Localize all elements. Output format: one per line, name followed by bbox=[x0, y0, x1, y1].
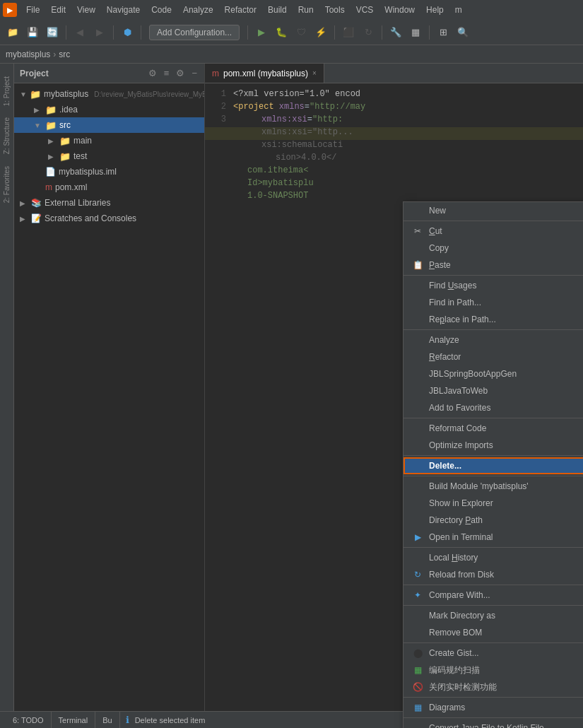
ctx-sep-6 bbox=[404, 476, 583, 476]
ctx-find-usages[interactable]: Find Usages Alt+F7 bbox=[404, 277, 583, 294]
run-btn[interactable]: ▶ bbox=[253, 24, 270, 41]
menu-view[interactable]: View bbox=[72, 3, 100, 17]
tree-item-test[interactable]: ▶ 📁 test bbox=[14, 148, 204, 164]
menu-extra[interactable]: m bbox=[450, 3, 467, 17]
debug-btn[interactable]: 🐛 bbox=[273, 24, 290, 41]
ctx-code-check[interactable]: ▦ 编码规约扫描 Ctrl+Alt+Shift+J bbox=[404, 662, 583, 679]
ctx-realtime[interactable]: 🚫 关闭实时检测功能 bbox=[404, 679, 583, 695]
ctx-reload[interactable]: ↻ Reload from Disk bbox=[404, 566, 583, 583]
ctx-convert-kotlin[interactable]: Convert Java File to Kotlin File Ctrl+Al… bbox=[404, 720, 583, 728]
ctx-show-explorer[interactable]: Show in Explorer bbox=[404, 495, 583, 512]
sidebar-tab-project[interactable]: 1: Project bbox=[1, 71, 12, 112]
ctx-refactor[interactable]: Refactor ▶ bbox=[404, 348, 583, 365]
ctx-analyze[interactable]: Analyze ▶ bbox=[404, 331, 583, 348]
stop-btn[interactable]: ⬛ bbox=[340, 24, 357, 41]
menu-navigate[interactable]: Navigate bbox=[102, 3, 145, 17]
ctx-copy[interactable]: Copy ▶ bbox=[404, 240, 583, 257]
grid-btn[interactable]: ▦ bbox=[407, 24, 424, 41]
status-tab-bu[interactable]: Bu bbox=[95, 712, 119, 729]
ctx-build-label: Build Module 'mybatisplus' bbox=[429, 481, 583, 491]
menu-analyze[interactable]: Analyze bbox=[178, 3, 218, 17]
tree-item-main[interactable]: ▶ 📁 main bbox=[14, 133, 204, 148]
ctx-local-history[interactable]: Local History ▶ bbox=[404, 549, 583, 566]
ctx-paste[interactable]: 📋 Paste Ctrl+V bbox=[404, 257, 583, 274]
add-config-button[interactable]: Add Configuration... bbox=[149, 25, 240, 40]
menu-tools[interactable]: Tools bbox=[320, 3, 350, 17]
back-btn[interactable]: ◀ bbox=[71, 24, 88, 41]
ctx-jbl-java[interactable]: JBLJavaToWeb bbox=[404, 382, 583, 399]
toolbar-sep-4 bbox=[247, 25, 248, 40]
ctx-create-gist[interactable]: ⬤ Create Gist... bbox=[404, 645, 583, 662]
sidebar-tab-favorites[interactable]: 2: Favorites bbox=[1, 160, 12, 209]
search-btn[interactable]: 🔍 bbox=[454, 24, 471, 41]
ctx-find-in-path[interactable]: Find in Path... Ctrl+Shift+F bbox=[404, 294, 583, 311]
open-folder-btn[interactable]: 📁 bbox=[4, 24, 21, 41]
breadcrumb-src[interactable]: src bbox=[59, 49, 70, 59]
forward-btn[interactable]: ▶ bbox=[91, 24, 108, 41]
ctx-remove-bom[interactable]: Remove BOM bbox=[404, 624, 583, 641]
ctx-sep-4 bbox=[404, 418, 583, 418]
menu-file[interactable]: File bbox=[21, 3, 45, 17]
tree-item-src[interactable]: ▼ 📁 src bbox=[14, 117, 204, 133]
tree-item-root[interactable]: ▼ 📁 mybatisplus D:\review_MyBatisPlus\re… bbox=[14, 86, 204, 102]
ctx-new[interactable]: New ▶ bbox=[404, 202, 583, 219]
breadcrumb-project[interactable]: mybatisplus bbox=[6, 49, 50, 59]
panel-layout-icon[interactable]: ≡ bbox=[163, 66, 171, 80]
ctx-mark-label: Mark Directory as bbox=[429, 611, 583, 621]
tree-item-iml[interactable]: ▶ 📄 mybatisplus.iml bbox=[14, 164, 204, 180]
ctx-reformat[interactable]: Reformat Code Ctrl+Alt+L bbox=[404, 420, 583, 437]
menu-window[interactable]: Window bbox=[379, 3, 420, 17]
wrench-btn[interactable]: 🔧 bbox=[387, 24, 404, 41]
tree-item-pom[interactable]: ▶ m pom.xml bbox=[14, 180, 204, 195]
status-tab-todo[interactable]: 6: TODO bbox=[6, 712, 52, 729]
expand-scratches: ▶ bbox=[20, 215, 28, 223]
ctx-cut[interactable]: ✂ Cut Ctrl+X bbox=[404, 223, 583, 240]
profile-btn[interactable]: ⚡ bbox=[312, 24, 329, 41]
expand-ext: ▶ bbox=[20, 199, 28, 207]
ctx-gist-icon: ⬤ bbox=[412, 648, 423, 658]
panel-minimize-icon[interactable]: − bbox=[190, 66, 199, 80]
menu-help[interactable]: Help bbox=[421, 3, 449, 17]
ctx-compare[interactable]: ✦ Compare With... Ctrl+D bbox=[404, 587, 583, 604]
breadcrumb-sep: › bbox=[53, 49, 56, 59]
tree-item-scratches[interactable]: ▶ 📝 Scratches and Consoles bbox=[14, 211, 204, 226]
idea-folder-icon: 📁 bbox=[45, 105, 57, 115]
main-layout: 1: Project Z: Structure 2: Favorites Pro… bbox=[0, 64, 583, 711]
ctx-diagrams-label: Diagrams bbox=[429, 703, 583, 712]
ctx-sep-9 bbox=[404, 605, 583, 606]
expand-idea: ▶ bbox=[34, 106, 42, 114]
ctx-mark-dir[interactable]: Mark Directory as ▶ bbox=[404, 607, 583, 624]
save-btn[interactable]: 💾 bbox=[24, 24, 41, 41]
menu-refactor[interactable]: Refactor bbox=[220, 3, 261, 17]
menu-run[interactable]: Run bbox=[293, 3, 319, 17]
ctx-dir-path[interactable]: Directory Path Ctrl+Alt+F12 bbox=[404, 512, 583, 529]
ctx-open-terminal[interactable]: ▶ Open in Terminal bbox=[404, 529, 583, 546]
ctx-optimize[interactable]: Optimize Imports Ctrl+Alt+O bbox=[404, 437, 583, 454]
menu-code[interactable]: Code bbox=[146, 3, 177, 17]
ctx-diagrams[interactable]: ▦ Diagrams ▶ bbox=[404, 699, 583, 716]
ctx-compare-label: Compare With... bbox=[429, 590, 583, 600]
menu-vcs[interactable]: VCS bbox=[351, 3, 379, 17]
tree-item-idea[interactable]: ▶ 📁 .idea bbox=[14, 102, 204, 117]
ctx-replace-in-path[interactable]: Replace in Path... Ctrl+Shift+R bbox=[404, 311, 583, 328]
ctx-paste-label: Paste bbox=[429, 260, 583, 270]
sync-btn[interactable]: 🔄 bbox=[44, 24, 61, 41]
more-run-btn[interactable]: ↻ bbox=[360, 24, 377, 41]
status-warning-icon: ℹ bbox=[126, 715, 129, 725]
nav-btn[interactable]: ⬢ bbox=[119, 24, 136, 41]
status-tab-terminal[interactable]: Terminal bbox=[52, 712, 96, 729]
ctx-jbl-spring[interactable]: JBLSpringBootAppGen bbox=[404, 365, 583, 382]
ctx-build-module[interactable]: Build Module 'mybatisplus' bbox=[404, 478, 583, 495]
layout-btn[interactable]: ⊞ bbox=[435, 24, 452, 41]
menu-build[interactable]: Build bbox=[263, 3, 292, 17]
menu-edit[interactable]: Edit bbox=[46, 3, 71, 17]
ctx-sep-8 bbox=[404, 585, 583, 585]
coverage-btn[interactable]: 🛡 bbox=[293, 24, 310, 41]
panel-settings-icon[interactable]: ⚙ bbox=[147, 66, 158, 80]
panel-gear-icon[interactable]: ⚙ bbox=[175, 66, 186, 80]
ctx-add-favorites[interactable]: Add to Favorites ▶ bbox=[404, 399, 583, 416]
breadcrumb: mybatisplus › src bbox=[0, 45, 583, 64]
sidebar-tab-structure[interactable]: Z: Structure bbox=[1, 112, 12, 160]
ctx-delete[interactable]: Delete... Delete bbox=[404, 457, 583, 474]
tree-item-ext-libs[interactable]: ▶ 📚 External Libraries bbox=[14, 195, 204, 211]
